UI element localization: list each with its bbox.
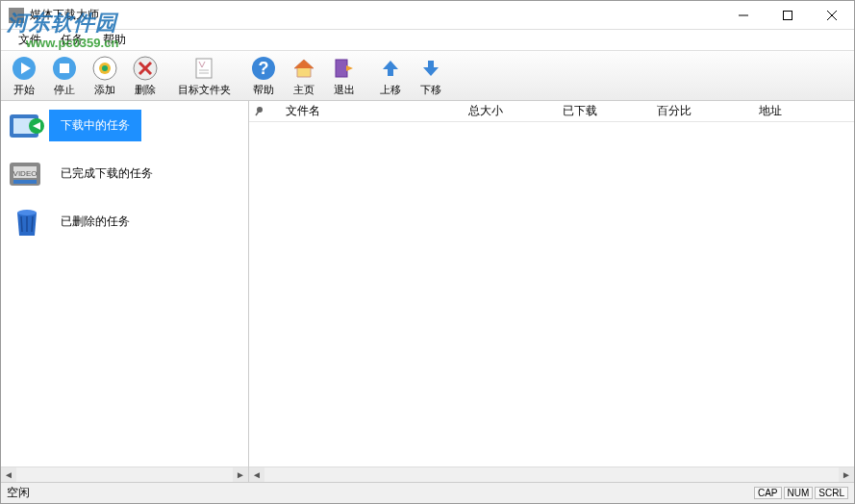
sidebar: 下载中的任务 VIDEO 已完成下载的任务 已删除的任务 ◄ ► — [1, 101, 249, 482]
sidebar-item-downloading[interactable]: 下载中的任务 — [1, 101, 248, 149]
move-down-label: 下移 — [420, 83, 441, 97]
svg-rect-14 — [196, 59, 212, 78]
sidebar-item-label: 已完成下载的任务 — [49, 158, 164, 189]
downloading-icon — [5, 106, 49, 144]
menubar: 文件 任务 帮助 — [1, 30, 854, 51]
titlebar: 媒体下载大师 — [1, 1, 854, 30]
home-button[interactable]: 主页 — [285, 53, 323, 99]
svg-point-10 — [102, 65, 108, 71]
scroll-track[interactable] — [264, 467, 839, 483]
column-filename[interactable]: 文件名 — [280, 103, 463, 119]
stop-icon — [51, 55, 78, 82]
start-button[interactable]: 开始 — [5, 53, 43, 99]
svg-point-33 — [17, 210, 37, 215]
add-label: 添加 — [94, 83, 115, 97]
svg-text:?: ? — [259, 59, 269, 78]
svg-text:VIDEO: VIDEO — [13, 169, 38, 178]
sidebar-item-completed[interactable]: VIDEO 已完成下载的任务 — [1, 149, 248, 197]
scroll-right-icon[interactable]: ► — [233, 467, 248, 483]
column-totalsize[interactable]: 总大小 — [463, 103, 557, 119]
scroll-right-icon[interactable]: ► — [839, 467, 854, 483]
sidebar-item-deleted[interactable]: 已删除的任务 — [1, 197, 248, 245]
delete-button[interactable]: 删除 — [126, 53, 164, 99]
move-up-button[interactable]: 上移 — [371, 53, 410, 99]
scrl-indicator: SCRL — [815, 487, 848, 499]
minimize-button[interactable] — [721, 1, 766, 29]
window-controls — [721, 1, 854, 30]
svg-rect-1 — [784, 11, 792, 19]
delete-label: 删除 — [135, 83, 156, 97]
close-button[interactable] — [810, 1, 854, 29]
completed-icon: VIDEO — [5, 154, 49, 192]
help-button[interactable]: ? 帮助 — [244, 53, 283, 99]
svg-marker-23 — [383, 61, 398, 76]
stop-label: 停止 — [54, 83, 75, 97]
svg-marker-24 — [423, 61, 439, 76]
toolbar: 开始 停止 添加 删除 目标文件夹 ? 帮助 主页 — [1, 51, 854, 101]
app-icon — [9, 8, 24, 23]
svg-line-36 — [32, 216, 33, 232]
minimize-icon — [739, 11, 748, 20]
move-up-label: 上移 — [380, 83, 401, 97]
menu-help[interactable]: 帮助 — [93, 29, 136, 51]
main-panel: 文件名 总大小 已下载 百分比 地址 ◄ ► — [249, 101, 854, 482]
arrow-down-icon — [417, 55, 444, 82]
svg-line-34 — [21, 216, 22, 232]
svg-rect-31 — [13, 180, 37, 184]
column-address[interactable]: 地址 — [753, 103, 854, 119]
main-scrollbar[interactable]: ◄ ► — [249, 466, 854, 482]
list-body[interactable] — [249, 122, 854, 466]
scroll-left-icon[interactable]: ◄ — [1, 467, 16, 483]
play-icon — [11, 55, 38, 82]
window-title: 媒体下载大师 — [30, 7, 99, 23]
svg-rect-7 — [60, 63, 69, 73]
svg-rect-21 — [336, 60, 347, 77]
scroll-left-icon[interactable]: ◄ — [249, 467, 264, 483]
svg-marker-20 — [294, 60, 314, 68]
help-icon: ? — [250, 55, 277, 82]
exit-button[interactable]: 退出 — [325, 53, 364, 99]
start-label: 开始 — [13, 83, 35, 97]
exit-label: 退出 — [334, 83, 355, 97]
move-down-button[interactable]: 下移 — [412, 53, 450, 99]
scroll-track[interactable] — [16, 467, 233, 483]
status-text: 空闲 — [7, 485, 30, 501]
target-folder-label: 目标文件夹 — [178, 83, 231, 97]
help-label: 帮助 — [253, 83, 274, 97]
maximize-icon — [783, 11, 792, 20]
home-label: 主页 — [293, 83, 314, 97]
home-icon — [290, 55, 317, 82]
content-area: 下载中的任务 VIDEO 已完成下载的任务 已删除的任务 ◄ ► — [1, 101, 854, 482]
add-icon — [91, 55, 118, 82]
maximize-button[interactable] — [766, 1, 810, 29]
column-percent[interactable]: 百分比 — [651, 103, 753, 119]
column-downloaded[interactable]: 已下载 — [557, 103, 651, 119]
delete-icon — [132, 55, 159, 82]
add-button[interactable]: 添加 — [86, 53, 124, 99]
status-indicators: CAP NUM SCRL — [754, 487, 848, 499]
menu-task[interactable]: 任务 — [51, 29, 93, 51]
statusbar: 空闲 CAP NUM SCRL — [1, 482, 854, 503]
exit-icon — [331, 55, 358, 82]
list-header: 文件名 总大小 已下载 百分比 地址 — [249, 101, 854, 122]
trash-icon — [5, 202, 49, 240]
close-icon — [827, 11, 837, 20]
cap-indicator: CAP — [754, 487, 782, 499]
sidebar-item-label: 下载中的任务 — [49, 110, 141, 141]
menu-file[interactable]: 文件 — [9, 29, 51, 51]
target-folder-button[interactable]: 目标文件夹 — [172, 53, 237, 99]
sidebar-scrollbar[interactable]: ◄ ► — [1, 466, 248, 482]
stop-button[interactable]: 停止 — [45, 53, 84, 99]
sidebar-item-label: 已删除的任务 — [49, 206, 141, 238]
pin-icon[interactable] — [249, 106, 270, 117]
folder-icon — [191, 55, 218, 82]
num-indicator: NUM — [784, 487, 814, 499]
svg-marker-22 — [346, 65, 353, 71]
arrow-up-icon — [377, 55, 404, 82]
